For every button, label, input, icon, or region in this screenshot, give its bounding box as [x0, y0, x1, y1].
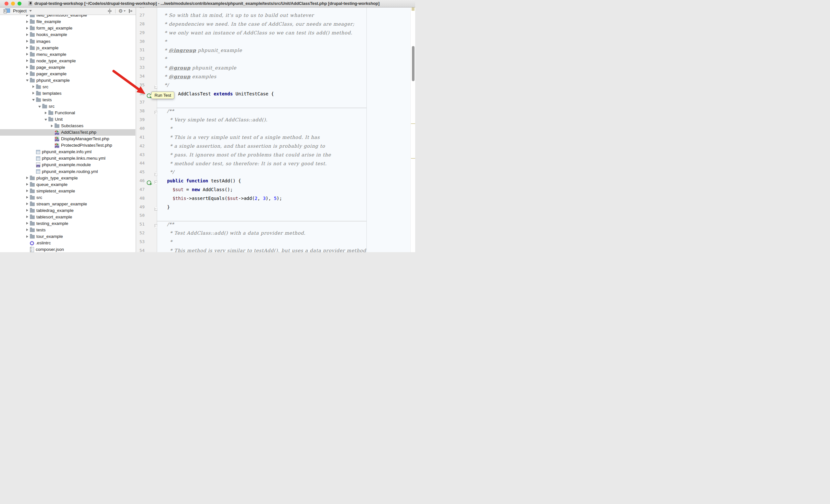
code-line[interactable]: * @group examples	[157, 74, 411, 82]
chevron-expanded-icon[interactable]	[44, 119, 47, 121]
code-line[interactable]: * Test AddClass::add() with a data provi…	[157, 230, 411, 239]
tree-row[interactable]: phpAddClassTest.php	[0, 129, 135, 136]
tree-row[interactable]: queue_example	[0, 181, 135, 188]
chevron-right-icon[interactable]	[26, 176, 28, 179]
chevron-expanded-icon[interactable]	[32, 99, 35, 101]
code-line[interactable]: /**	[157, 222, 411, 230]
code-line[interactable]: *	[157, 239, 411, 248]
chevron-right-icon[interactable]	[26, 21, 28, 23]
chevron-right-icon[interactable]	[26, 209, 28, 211]
editor-area[interactable]: 2627282930313233343536373839404142434445…	[136, 7, 415, 253]
tree-row[interactable]: pager_example	[0, 70, 135, 77]
code-line[interactable]: * we only want an instance of AddClass s…	[157, 30, 411, 39]
tree-row[interactable]: src	[0, 194, 135, 201]
tree-row[interactable]: composer.json	[0, 246, 135, 252]
tree-row[interactable]: stream_wrapper_example	[0, 201, 135, 207]
tree-row[interactable]: src	[0, 103, 135, 110]
code-line[interactable]: * This is a very simple unit test of a s…	[157, 135, 411, 143]
tree-row[interactable]: menu_example	[0, 51, 135, 58]
chevron-right-icon[interactable]	[26, 59, 28, 62]
tree-row[interactable]: Functional	[0, 110, 135, 116]
code-line[interactable]: *	[157, 39, 411, 48]
tree-row[interactable]: templates	[0, 90, 135, 96]
project-panel-title[interactable]: Project	[13, 8, 27, 13]
tree-row[interactable]: node_type_example	[0, 58, 135, 64]
chevron-right-icon[interactable]	[26, 202, 28, 205]
tree-row[interactable]: Unit	[0, 116, 135, 123]
code-line[interactable]: */	[157, 82, 411, 91]
chevron-right-icon[interactable]	[26, 40, 28, 42]
code-line[interactable]: $this->assertEquals($sut->add(2, 3), 5);	[157, 196, 411, 204]
tree-row[interactable]: simpletest_example	[0, 188, 135, 194]
zoom-button[interactable]	[18, 2, 22, 5]
chevron-right-icon[interactable]	[26, 53, 28, 56]
chevron-right-icon[interactable]	[26, 235, 28, 238]
tree-row[interactable]: js_example	[0, 44, 135, 51]
code-line[interactable]: * @group phpunit_example	[157, 65, 411, 74]
chevron-expanded-icon[interactable]	[26, 79, 29, 81]
tree-row[interactable]: src	[0, 83, 135, 90]
tree-row[interactable]: images	[0, 38, 135, 44]
tree-row[interactable]: hooks_example	[0, 32, 135, 38]
chevron-right-icon[interactable]	[26, 33, 28, 36]
tree-row[interactable]: phpphpunit_example.module	[0, 162, 135, 168]
chevron-right-icon[interactable]	[26, 66, 28, 68]
chevron-right-icon[interactable]	[26, 15, 28, 16]
settings-gear-icon[interactable]: ⚙	[119, 8, 125, 13]
tree-row[interactable]: tour_example	[0, 233, 135, 240]
run-test-gutter-icon[interactable]	[147, 180, 151, 185]
chevron-right-icon[interactable]	[26, 27, 28, 30]
tree-row[interactable]: tests	[0, 227, 135, 233]
code-line[interactable]: * @ingroup phpunit_example	[157, 47, 411, 56]
code-line[interactable]	[157, 100, 411, 109]
code-line[interactable]: * Very simple test of AddClass::add().	[157, 117, 411, 126]
code-line[interactable]: /**	[157, 108, 411, 117]
chevron-expanded-icon[interactable]	[38, 106, 41, 108]
chevron-right-icon[interactable]	[26, 222, 28, 225]
tree-row[interactable]: page_example	[0, 64, 135, 70]
code-line[interactable]: public function testAdd() {	[157, 178, 411, 187]
chevron-right-icon[interactable]	[51, 125, 53, 127]
chevron-right-icon[interactable]	[32, 92, 34, 95]
tree-row[interactable]: phpunit_example	[0, 77, 135, 83]
chevron-right-icon[interactable]	[26, 215, 28, 218]
code-line[interactable]: */	[157, 169, 411, 178]
tree-row[interactable]: tablesort_example	[0, 213, 135, 220]
minimize-button[interactable]	[11, 2, 15, 5]
collapse-all-icon[interactable]	[107, 8, 112, 13]
chevron-right-icon[interactable]	[26, 72, 28, 75]
code-line[interactable]: }	[157, 204, 411, 213]
tree-row[interactable]: tabledrag_example	[0, 207, 135, 213]
chevron-right-icon[interactable]	[45, 112, 47, 114]
tree-row[interactable]: phpunit_example.links.menu.yml	[0, 155, 135, 162]
editor-scrollbar-thumb[interactable]	[412, 46, 415, 81]
tree-row[interactable]: phpDisplayManagerTest.php	[0, 136, 135, 142]
code-line[interactable]: *	[157, 126, 411, 135]
code-line[interactable]	[157, 7, 411, 13]
tree-row[interactable]: phpunit_example.routing.yml	[0, 168, 135, 175]
tree-row[interactable]: testing_example	[0, 220, 135, 227]
chevron-down-icon[interactable]	[29, 10, 32, 12]
code-line[interactable]	[157, 213, 411, 222]
code-line[interactable]: * dependencies we need. In the case of A…	[157, 22, 411, 30]
code-line[interactable]: * This method is very similar to testAdd…	[157, 248, 411, 252]
chevron-right-icon[interactable]	[32, 86, 34, 88]
tree-row[interactable]: plugin_type_example	[0, 175, 135, 181]
hide-panel-icon[interactable]	[128, 8, 133, 13]
code-line[interactable]: * method under test, so therefore: It is…	[157, 161, 411, 170]
tree-row[interactable]: phpunit_example.info.yml	[0, 148, 135, 155]
chevron-right-icon[interactable]	[26, 183, 28, 186]
chevron-right-icon[interactable]	[26, 196, 28, 199]
tree-row[interactable]: field_permission_example	[0, 15, 135, 19]
chevron-right-icon[interactable]	[26, 190, 28, 192]
tree-row[interactable]: file_example	[0, 19, 135, 25]
tree-row[interactable]: .eslintrc	[0, 240, 135, 246]
close-button[interactable]	[4, 2, 8, 5]
code-line[interactable]: *	[157, 56, 411, 65]
code-line[interactable]: AddClassTest extends UnitTestCase {	[157, 91, 411, 100]
code-line[interactable]: * a single assertion, and that assertion…	[157, 143, 411, 152]
chevron-right-icon[interactable]	[26, 229, 28, 231]
code-line[interactable]: * So with that in mind, it's up to us to…	[157, 13, 411, 22]
tree-row[interactable]: Subclasses	[0, 123, 135, 129]
code-line[interactable]: * pass. It ignores most of the problems …	[157, 152, 411, 161]
